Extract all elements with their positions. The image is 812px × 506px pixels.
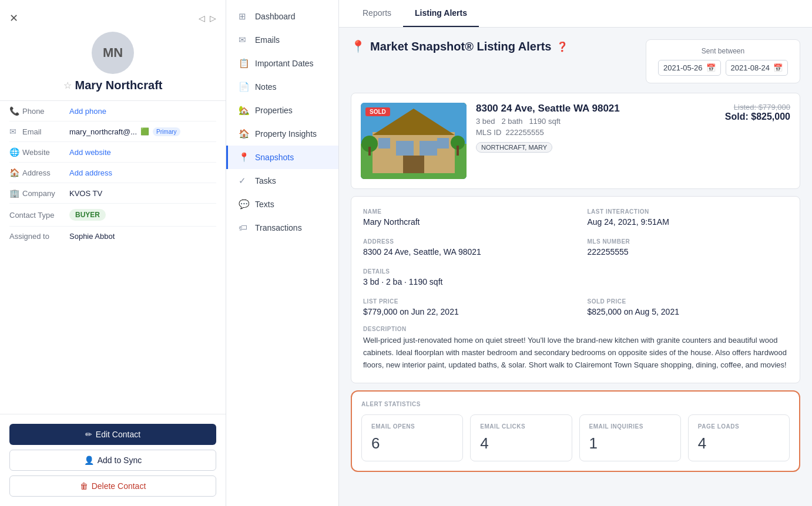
nav-label-emails: Emails xyxy=(255,35,280,45)
end-calendar-icon: 📅 xyxy=(773,63,783,72)
email-address[interactable]: mary_northcraft@... xyxy=(69,127,137,136)
listed-price: Listed: $779,000 xyxy=(725,103,790,112)
nav-item-important-dates[interactable]: 📋 Important Dates xyxy=(226,52,338,75)
page-title: Market Snapshot® Listing Alerts xyxy=(370,40,552,53)
sold-badge: SOLD xyxy=(365,107,390,116)
stat-email-inquiries: EMAIL INQUIRIES 1 xyxy=(579,414,681,461)
title-area: Sent between 2021-05-26 📅 2021-08-24 📅 📍… xyxy=(351,39,800,93)
nav-label-properties: Properties xyxy=(255,106,293,115)
action-buttons: ✏ Edit Contact 👤 Add to Sync 🗑 Delete Co… xyxy=(0,414,226,506)
start-date-value: 2021-05-26 xyxy=(663,63,703,72)
svg-rect-12 xyxy=(457,146,459,156)
contact-type-badge: BUYER xyxy=(69,209,106,221)
prev-arrow[interactable]: ◁ xyxy=(199,14,205,23)
listing-price-col: Listed: $779,000 Sold: $825,000 xyxy=(725,103,790,179)
nav-item-emails[interactable]: ✉ Emails xyxy=(226,28,338,52)
right-content: Reports Listing Alerts Sent between 2021… xyxy=(339,0,812,506)
listing-info: 8300 24 Ave, Seattle WA 98021 3 bed 2 ba… xyxy=(476,103,716,179)
svg-rect-7 xyxy=(378,138,390,149)
email-label: Email xyxy=(22,127,69,136)
last-interaction-value: Aug 24, 2021, 9:51AM xyxy=(588,217,788,227)
company-field-row: 🏢 Company KVOS TV xyxy=(9,183,216,204)
texts-icon: 💬 xyxy=(239,199,249,210)
date-inputs: 2021-05-26 📅 2021-08-24 📅 xyxy=(658,60,788,76)
top-controls: ✕ ◁ ▷ xyxy=(0,12,226,32)
avatar: MN xyxy=(92,32,134,74)
detail-mls-field: MLS NUMBER 222255555 xyxy=(588,238,788,257)
address-value[interactable]: Add address xyxy=(69,168,216,177)
notes-icon: 📄 xyxy=(239,82,249,92)
close-button[interactable]: ✕ xyxy=(9,12,18,25)
detail-sold-price-field: SOLD PRICE $825,000 on Aug 5, 2021 xyxy=(588,298,788,316)
date-range-box: Sent between 2021-05-26 📅 2021-08-24 📅 xyxy=(646,39,800,83)
svg-rect-10 xyxy=(368,147,371,156)
snapshots-icon: 📍 xyxy=(239,152,249,163)
nav-label-notes: Notes xyxy=(255,82,277,92)
end-date-input[interactable]: 2021-08-24 📅 xyxy=(726,60,788,76)
detail-address-field: ADDRESS 8300 24 Ave, Seattle, WA 98021 xyxy=(363,238,564,257)
nav-arrows: ◁ ▷ xyxy=(199,14,216,23)
website-label: Website xyxy=(22,148,69,157)
email-clicks-value: 4 xyxy=(480,434,562,453)
nav-item-properties[interactable]: 🏡 Properties xyxy=(226,99,338,122)
listing-image-wrap: SOLD xyxy=(361,103,467,179)
svg-rect-6 xyxy=(403,156,424,173)
nav-item-tasks[interactable]: ✓ Tasks xyxy=(226,169,338,193)
nav-item-transactions[interactable]: 🏷 Transactions xyxy=(226,216,338,239)
address-field-row: 🏠 Address Add address xyxy=(9,163,216,183)
phone-icon: 📞 xyxy=(9,106,22,116)
assigned-to-label: Assigned to xyxy=(9,232,69,241)
nav-label-property-insights: Property Insights xyxy=(255,129,317,139)
tab-listing-alerts[interactable]: Listing Alerts xyxy=(403,0,479,27)
nav-label-transactions: Transactions xyxy=(255,223,302,232)
name-field-label: NAME xyxy=(363,208,564,215)
listing-tag: NORTHCRAFT, MARY xyxy=(476,142,552,153)
phone-value[interactable]: Add phone xyxy=(69,107,216,116)
nav-item-property-insights[interactable]: 🏠 Property Insights xyxy=(226,122,338,146)
nav-label-tasks: Tasks xyxy=(255,176,276,185)
start-date-input[interactable]: 2021-05-26 📅 xyxy=(658,60,721,76)
tasks-icon: ✓ xyxy=(239,176,249,186)
email-inquiries-label: EMAIL INQUIRIES xyxy=(589,423,671,430)
website-field-row: 🌐 Website Add website xyxy=(9,142,216,163)
mls-field-label: MLS NUMBER xyxy=(588,238,788,245)
stats-grid: EMAIL OPENS 6 EMAIL CLICKS 4 EMAIL INQUI… xyxy=(361,414,790,461)
stat-email-opens: EMAIL OPENS 6 xyxy=(361,414,463,461)
property-insights-icon: 🏠 xyxy=(239,129,249,139)
address-label: Address xyxy=(22,168,69,177)
trash-icon: 🗑 xyxy=(80,481,88,491)
properties-icon: 🏡 xyxy=(239,105,249,116)
nav-item-snapshots[interactable]: 📍 Snapshots xyxy=(226,146,338,169)
details-label: DETAILS xyxy=(363,268,564,275)
email-icon: ✉ xyxy=(9,127,22,136)
svg-rect-8 xyxy=(437,138,449,149)
nav-item-dashboard[interactable]: ⊞ Dashboard xyxy=(226,5,338,28)
mls-field-value: 222255555 xyxy=(588,247,788,257)
favorite-icon[interactable]: ☆ xyxy=(63,80,72,91)
detail-grid: NAME Mary Northcraft LAST INTERACTION Au… xyxy=(363,208,788,316)
help-icon[interactable]: ❓ xyxy=(556,41,568,52)
page-loads-label: PAGE LOADS xyxy=(698,423,780,430)
delete-contact-button[interactable]: 🗑 Delete Contact xyxy=(9,475,216,497)
listing-header: SOLD 8300 24 Ave, Seattle WA 98021 3 bed… xyxy=(351,93,800,188)
nav-item-notes[interactable]: 📄 Notes xyxy=(226,75,338,99)
edit-icon: ✏ xyxy=(85,430,92,439)
phone-field-row: 📞 Phone Add phone xyxy=(9,101,216,122)
flag-icon: 🟩 xyxy=(140,127,149,136)
tab-reports[interactable]: Reports xyxy=(351,0,403,27)
phone-label: Phone xyxy=(22,107,69,116)
details-value: 3 bd · 2 ba · 1190 sqft xyxy=(363,277,564,286)
page-title-row: 📍 Market Snapshot® Listing Alerts ❓ xyxy=(351,39,646,53)
add-to-sync-button[interactable]: 👤 Add to Sync xyxy=(9,450,216,471)
website-value[interactable]: Add website xyxy=(69,148,216,157)
nav-item-texts[interactable]: 💬 Texts xyxy=(226,193,338,216)
sold-price-label: SOLD PRICE xyxy=(588,298,788,305)
contact-name: Mary Northcraft xyxy=(75,79,163,92)
next-arrow[interactable]: ▷ xyxy=(210,14,216,23)
listing-card: SOLD 8300 24 Ave, Seattle WA 98021 3 bed… xyxy=(351,93,800,189)
contact-name-row: ☆ Mary Northcraft xyxy=(63,79,163,92)
edit-contact-button[interactable]: ✏ Edit Contact xyxy=(9,424,216,445)
contact-fields: 📞 Phone Add phone ✉ Email mary_northcraf… xyxy=(0,100,226,246)
listing-details: 3 bed 2 bath 1190 sqft xyxy=(476,117,716,126)
stat-email-clicks: EMAIL CLICKS 4 xyxy=(470,414,572,461)
